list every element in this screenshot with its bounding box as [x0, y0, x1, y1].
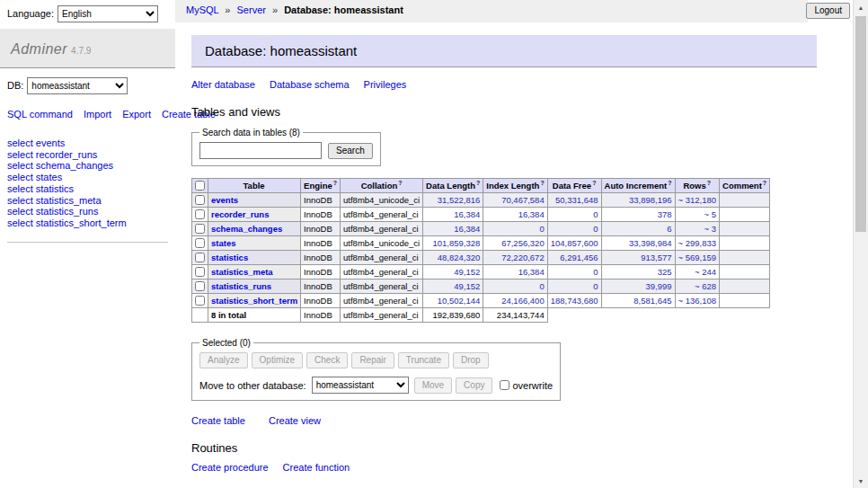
row-checkbox[interactable]: [195, 253, 205, 262]
drop-button[interactable]: Drop: [453, 352, 489, 368]
data-free-link[interactable]: 0: [593, 281, 598, 291]
data-length-link[interactable]: 31,522,816: [438, 195, 481, 205]
alter-database-link[interactable]: Alter database: [191, 79, 255, 90]
index-length-link[interactable]: 70,467,584: [501, 195, 545, 205]
auto-increment-link[interactable]: 8,581,645: [633, 296, 671, 306]
data-free-cell: 0: [547, 208, 601, 222]
row-checkbox[interactable]: [195, 195, 205, 205]
rows-link[interactable]: ~ 628: [695, 281, 716, 291]
rows-link[interactable]: ~ 3: [704, 224, 716, 234]
data-length-link[interactable]: 49,152: [454, 267, 480, 277]
row-checkbox[interactable]: [195, 296, 205, 306]
rows-link[interactable]: ~ 5: [704, 209, 716, 219]
optimize-button[interactable]: Optimize: [252, 352, 303, 368]
breadcrumb-server-link[interactable]: Server: [237, 4, 266, 15]
create-function-link[interactable]: Create function: [283, 462, 350, 473]
data-length-link[interactable]: 10,502,144: [438, 296, 481, 306]
check-button[interactable]: Check: [306, 352, 348, 368]
table-name-link[interactable]: statistics_runs: [211, 281, 271, 291]
logout-button[interactable]: Logout: [806, 3, 850, 19]
row-checkbox[interactable]: [195, 209, 205, 219]
auto-increment-link[interactable]: 325: [658, 267, 672, 277]
index-length-link[interactable]: 16,384: [518, 209, 545, 219]
row-checkbox[interactable]: [195, 281, 205, 291]
vertical-scrollbar[interactable]: ▲ ▼: [853, 0, 868, 488]
data-length-link[interactable]: 101,859,328: [432, 238, 480, 248]
data-free-link[interactable]: 6,291,456: [560, 253, 598, 262]
index-length-link[interactable]: 0: [539, 281, 544, 291]
rows-cell: ~ 244: [675, 265, 720, 279]
data-free-link[interactable]: 104,857,600: [551, 238, 598, 248]
data-length-cell: 49,152: [423, 279, 483, 294]
sidebar-table-link[interactable]: select statistics_short_term: [7, 217, 127, 228]
export-link[interactable]: Export: [122, 109, 151, 120]
engine-cell: InnoDB: [301, 265, 341, 279]
select-all-checkbox[interactable]: [195, 181, 205, 191]
sidebar-table-link[interactable]: select statistics_runs: [7, 206, 98, 217]
rows-link[interactable]: ~ 569,159: [678, 253, 717, 262]
table-name-link[interactable]: recorder_runs: [211, 209, 269, 219]
create-view-link[interactable]: Create view: [269, 415, 321, 426]
table-name-link[interactable]: events: [211, 195, 238, 205]
auto-increment-link[interactable]: 6: [667, 224, 671, 234]
auto-increment-link[interactable]: 378: [658, 209, 672, 219]
move-button[interactable]: Move: [414, 377, 452, 394]
index-length-link[interactable]: 24,166,400: [501, 296, 545, 306]
scroll-up-icon[interactable]: ▲: [854, 0, 868, 14]
search-button[interactable]: Search: [328, 143, 373, 159]
rows-link[interactable]: ~ 244: [695, 267, 716, 277]
scroll-down-icon[interactable]: ▼: [854, 474, 868, 488]
analyze-button[interactable]: Analyze: [199, 352, 248, 368]
sidebar-table-link[interactable]: select schema_changes: [7, 160, 113, 171]
db-select[interactable]: homeassistant: [27, 77, 128, 94]
create-procedure-link[interactable]: Create procedure: [191, 462, 269, 473]
language-select[interactable]: English: [58, 5, 158, 22]
index-length-link[interactable]: 0: [539, 224, 544, 234]
overwrite-checkbox[interactable]: [500, 380, 509, 390]
row-checkbox[interactable]: [195, 238, 205, 248]
repair-button[interactable]: Repair: [351, 352, 394, 368]
data-length-link[interactable]: 16,384: [454, 209, 480, 219]
table-name-link[interactable]: schema_changes: [211, 224, 282, 234]
auto-increment-link[interactable]: 913,577: [641, 253, 671, 262]
rows-link[interactable]: ~ 136,108: [678, 296, 717, 306]
row-checkbox[interactable]: [195, 267, 205, 277]
breadcrumb-mysql-link[interactable]: MySQL: [186, 4, 218, 15]
sql-command-link[interactable]: SQL command: [7, 109, 73, 120]
row-checkbox[interactable]: [195, 224, 205, 234]
import-link[interactable]: Import: [84, 109, 111, 120]
data-free-link[interactable]: 0: [593, 224, 598, 234]
sidebar-table-link[interactable]: select statistics: [7, 183, 74, 194]
data-length-link[interactable]: 16,384: [454, 224, 480, 234]
search-input[interactable]: [199, 142, 322, 159]
sidebar-table-link[interactable]: select statistics_meta: [7, 195, 102, 206]
copy-button[interactable]: Copy: [456, 377, 492, 394]
scrollbar-thumb[interactable]: [855, 16, 866, 232]
data-free-link[interactable]: 0: [593, 267, 598, 277]
data-free-link[interactable]: 50,331,648: [555, 195, 598, 205]
table-name-link[interactable]: states: [211, 238, 235, 248]
rows-link[interactable]: ~ 299,833: [678, 238, 717, 248]
sidebar-table-link[interactable]: select recorder_runs: [7, 149, 97, 160]
data-free-link[interactable]: 0: [593, 209, 598, 219]
index-length-link[interactable]: 72,220,672: [501, 253, 545, 262]
auto-increment-link[interactable]: 33,398,984: [629, 238, 672, 248]
move-database-select[interactable]: homeassistant: [312, 377, 409, 394]
privileges-link[interactable]: Privileges: [364, 79, 407, 90]
sidebar-table-link[interactable]: select states: [7, 172, 62, 182]
create-table-link-main[interactable]: Create table: [191, 415, 245, 426]
table-name-link[interactable]: statistics: [211, 253, 248, 262]
table-name-link[interactable]: statistics_short_term: [211, 296, 297, 306]
data-length-link[interactable]: 49,152: [454, 281, 480, 291]
table-name-link[interactable]: statistics_meta: [211, 267, 273, 277]
sidebar-table-link[interactable]: select events: [7, 138, 65, 148]
truncate-button[interactable]: Truncate: [398, 352, 449, 368]
data-length-link[interactable]: 48,824,320: [438, 253, 481, 262]
database-schema-link[interactable]: Database schema: [270, 79, 350, 90]
index-length-link[interactable]: 16,384: [518, 267, 545, 277]
auto-increment-link[interactable]: 33,898,196: [629, 195, 672, 205]
auto-increment-link[interactable]: 39,999: [645, 281, 671, 291]
data-free-link[interactable]: 188,743,680: [551, 296, 598, 306]
rows-link[interactable]: ~ 312,180: [678, 195, 717, 205]
index-length-link[interactable]: 67,256,320: [501, 238, 545, 248]
